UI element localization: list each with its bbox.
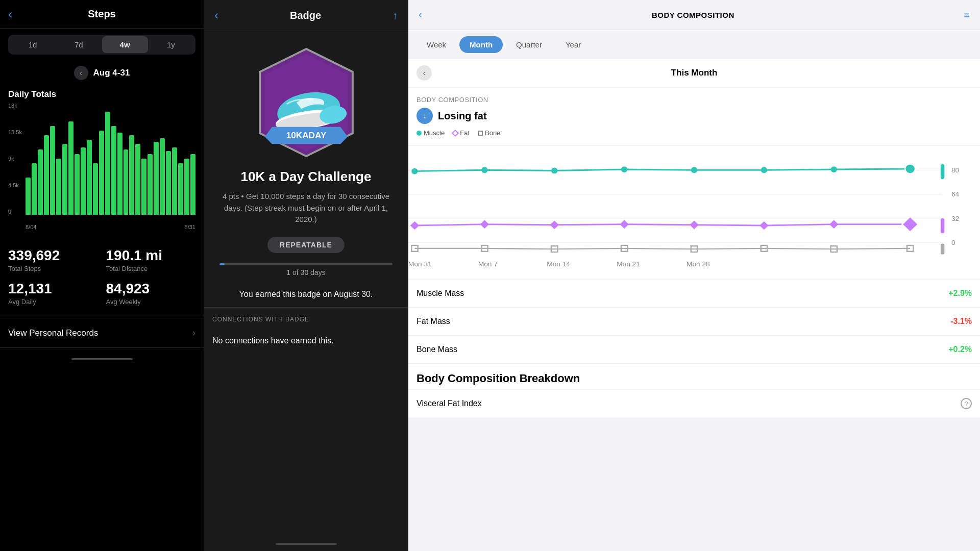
month-label: This Month	[671, 68, 718, 78]
steps-title: Steps	[88, 8, 115, 20]
month-navigation: ‹ This Month	[408, 59, 980, 87]
badge-image-container: 10KADAY	[204, 31, 408, 169]
total-steps-value: 339,692	[8, 247, 98, 264]
body-menu-button[interactable]: ≡	[964, 9, 970, 21]
svg-text:10KADAY: 10KADAY	[286, 130, 326, 140]
tab-quarter[interactable]: Quarter	[506, 36, 552, 53]
legend-bone: Bone	[478, 129, 500, 137]
body-comp-chart: 80 64 32 0 Mon 31 Mon 7 Mon 14 Mon 21 Mo…	[408, 146, 980, 279]
badge-scroll-indicator	[276, 543, 337, 545]
svg-rect-38	[941, 164, 944, 179]
svg-rect-25	[690, 220, 699, 229]
avg-weekly-label: Avg Weekly	[106, 298, 196, 306]
connections-label: CONNECTIONS WITH BADGE	[212, 316, 400, 323]
svg-text:80: 80	[951, 166, 959, 174]
svg-point-16	[691, 167, 697, 173]
bar	[50, 126, 55, 215]
time-7d[interactable]: 7d	[56, 36, 102, 53]
time-tabs: Week Month Quarter Year	[408, 30, 980, 59]
steps-back-button[interactable]: ‹	[8, 7, 12, 21]
svg-text:0: 0	[951, 239, 955, 246]
bar	[160, 138, 165, 215]
badge-header: ‹ Badge ↑	[204, 0, 408, 31]
date-navigation: ‹ Aug 4-31	[0, 61, 204, 85]
fat-mass-name: Fat Mass	[416, 317, 450, 326]
svg-rect-39	[941, 218, 944, 234]
metrics-list: Muscle Mass +2.9% Fat Mass -3.1% Bone Ma…	[408, 280, 980, 364]
bar	[190, 154, 195, 215]
svg-rect-27	[829, 220, 839, 229]
visceral-fat-name: Visceral Fat Index	[416, 399, 482, 408]
bar	[99, 131, 104, 215]
body-composition-panel: ‹ BODY COMPOSITION ≡ Week Month Quarter …	[408, 0, 980, 551]
body-title: BODY COMPOSITION	[652, 11, 734, 19]
chart-bars	[26, 103, 195, 215]
bar	[105, 112, 110, 215]
time-selector: 1d 7d 4w 1y	[8, 35, 195, 55]
steps-panel: ‹ Steps 1d 7d 4w 1y ‹ Aug 4-31 Daily Tot…	[0, 0, 204, 551]
badge-earned-text: You earned this badge on August 30.	[204, 282, 408, 307]
tab-week[interactable]: Week	[416, 36, 456, 53]
tab-month[interactable]: Month	[459, 36, 503, 53]
svg-point-13	[481, 167, 487, 173]
tab-year[interactable]: Year	[555, 36, 591, 53]
bar	[117, 133, 122, 215]
svg-rect-21	[410, 221, 420, 230]
bar	[178, 163, 183, 215]
body-back-button[interactable]: ‹	[419, 8, 422, 21]
svg-point-12	[411, 168, 418, 174]
info-icon[interactable]: ?	[961, 398, 972, 409]
connections-section: CONNECTIONS WITH BADGE No connections ha…	[204, 307, 408, 537]
progress-bar-background	[219, 263, 393, 265]
avg-daily-label: Avg Daily	[8, 298, 98, 306]
badge-title: Badge	[290, 10, 321, 21]
bar	[111, 126, 116, 215]
view-personal-records-button[interactable]: View Personal Records ›	[0, 318, 204, 348]
bar	[154, 142, 159, 215]
bar	[135, 144, 140, 215]
svg-text:Mon 31: Mon 31	[408, 261, 432, 268]
badge-name: 10K a Day Challenge	[204, 169, 408, 185]
svg-text:Mon 14: Mon 14	[547, 261, 570, 268]
svg-text:Mon 21: Mon 21	[617, 261, 640, 268]
svg-point-20	[905, 164, 915, 173]
stats-grid: 339,692 Total Steps 190.1 mi Total Dista…	[0, 239, 204, 314]
steps-header: ‹ Steps	[0, 0, 204, 29]
muscle-mass-row: Muscle Mass +2.9%	[408, 280, 980, 308]
total-steps-stat: 339,692 Total Steps	[8, 247, 98, 272]
no-connections-text: No connections have earned this.	[212, 331, 400, 350]
bone-mass-row: Bone Mass +0.2%	[408, 336, 980, 364]
body-comp-label: BODY COMPOSITION	[416, 96, 972, 104]
svg-rect-22	[480, 220, 489, 229]
losing-fat-row: ↓ Losing fat	[416, 108, 972, 124]
badge-back-button[interactable]: ‹	[214, 8, 218, 22]
muscle-mass-value: +2.9%	[948, 289, 972, 298]
view-records-text: View Personal Records	[8, 328, 98, 338]
chart-x-labels: 8/04 8/31	[26, 224, 195, 230]
fat-diamond	[452, 129, 459, 136]
avg-weekly-stat: 84,923 Avg Weekly	[106, 281, 196, 306]
goal-label: Losing fat	[438, 110, 487, 122]
month-back-button[interactable]: ‹	[416, 65, 432, 81]
bar	[81, 147, 86, 215]
bar	[38, 149, 43, 215]
body-comp-section: BODY COMPOSITION ↓ Losing fat Muscle Fat…	[408, 88, 980, 145]
bar	[26, 178, 31, 215]
badge-progress: 1 of 30 days	[219, 263, 393, 277]
time-4w[interactable]: 4w	[102, 36, 148, 53]
svg-rect-24	[620, 220, 629, 229]
share-button[interactable]: ↑	[393, 10, 398, 21]
time-1y[interactable]: 1y	[148, 36, 194, 53]
bar	[75, 154, 80, 215]
date-back-button[interactable]: ‹	[74, 66, 88, 80]
bar	[87, 140, 92, 215]
visceral-fat-row: Visceral Fat Index ?	[408, 389, 980, 417]
bar	[166, 151, 171, 215]
time-1d[interactable]: 1d	[10, 36, 56, 53]
legend-fat: Fat	[453, 129, 470, 137]
svg-rect-23	[550, 220, 559, 229]
chart-legend: Muscle Fat Bone	[416, 124, 972, 137]
legend-muscle: Muscle	[416, 129, 445, 137]
scroll-indicator	[71, 358, 133, 360]
bar	[124, 149, 129, 215]
